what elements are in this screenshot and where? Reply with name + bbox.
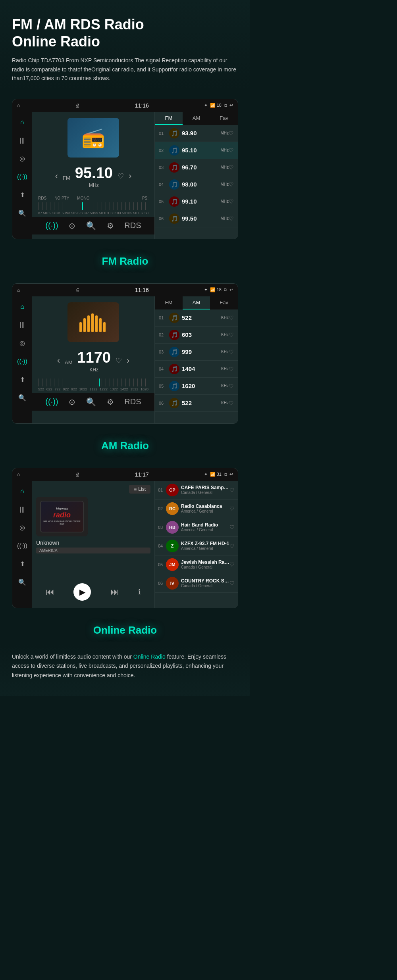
online-sidebar-search[interactable]: 🔍 <box>17 577 28 588</box>
fm-loop-btn[interactable]: ⊙ <box>69 221 75 231</box>
fm-settings-btn[interactable]: ⚙ <box>107 221 114 231</box>
am-station-5[interactable]: 05 🎵 1620 KHz ♡ <box>155 378 238 395</box>
fm-copy-icon: ⧉ <box>224 103 227 108</box>
am-sidebar: ⌂ ||| ◎ ((·)) ⬆ 🔍 <box>12 296 32 423</box>
online-bluetooth-icon: ✦ <box>204 472 208 477</box>
am-home-icon[interactable]: ⌂ <box>17 287 20 293</box>
online-back-icon[interactable]: ↩ <box>229 472 233 477</box>
am-station-6[interactable]: 06 🎵 522 KHz ♡ <box>155 395 238 412</box>
am-loop-btn[interactable]: ⊙ <box>69 397 75 407</box>
am-sidebar-search[interactable]: 🔍 <box>17 392 28 404</box>
online-station-1[interactable]: 01 CP CAFE PARIS Sampler Canada / Genera… <box>155 481 238 500</box>
am-station-tabs: FM AM Fav <box>155 296 238 309</box>
online-s1-logo: CP <box>166 484 179 496</box>
fm-tab-fav[interactable]: Fav <box>210 112 238 125</box>
am-station-3[interactable]: 03 🎵 999 KHz ♡ <box>155 344 238 361</box>
sidebar-search[interactable]: 🔍 <box>17 208 28 219</box>
online-playbar: ⏮ ▶ ⏭ ℹ <box>36 580 150 604</box>
online-sidebar: ⌂ ||| ◎ ((·)) ⬆ 🔍 <box>12 481 32 608</box>
am-bluetooth-icon: ✦ <box>204 287 208 292</box>
am-s5-icon: 🎵 <box>169 381 179 391</box>
am-sidebar-radio[interactable]: ((·)) <box>17 356 28 367</box>
am-s3-icon: 🎵 <box>169 347 179 357</box>
am-next-btn[interactable]: › <box>127 355 129 366</box>
am-broadcast-btn[interactable]: ((·)) <box>45 397 58 406</box>
am-radio-device: ⌂ 🖨 11:16 ✦ 📶 18 ⧉ ↩ ⌂ ||| ◎ ((·)) ⬆ 🔍 <box>12 283 238 424</box>
fm-station-6[interactable]: 06 🎵 99.50 MHz ♡ <box>155 210 238 227</box>
footer-section: Unlock a world of limitless audio conten… <box>0 644 250 696</box>
am-tab-fm[interactable]: FM <box>155 296 183 309</box>
online-next-btn[interactable]: ⏭ <box>110 587 119 597</box>
am-rds-btn[interactable]: RDS <box>124 397 141 406</box>
online-station-4[interactable]: 04 Z KZFX Z-93.7 FM HD-1 America / Gener… <box>155 537 238 555</box>
fm-station-3[interactable]: 03 🎵 96.70 MHz ♡ <box>155 159 238 176</box>
fm-s1-icon: 🎵 <box>169 128 179 138</box>
am-tab-fav[interactable]: Fav <box>210 296 238 309</box>
fm-prev-btn[interactable]: ‹ <box>55 171 58 181</box>
fm-broadcast-btn[interactable]: ((·)) <box>45 221 58 230</box>
fm-tab-fm[interactable]: FM <box>155 112 183 125</box>
sidebar-eq[interactable]: ||| <box>17 135 28 146</box>
am-station-1[interactable]: 01 🎵 522 KHz ♡ <box>155 309 238 327</box>
am-back-icon[interactable]: ↩ <box>229 287 233 292</box>
fm-station-1[interactable]: 01 🎵 93.90 MHz ♡ <box>155 125 238 142</box>
online-s5-logo: JM <box>166 558 179 571</box>
fm-rds-bar: RDS NO PTY MONO PS: <box>32 194 154 202</box>
footer-text-before: Unlock a world of limitless audio conten… <box>12 653 133 660</box>
online-sidebar-nav[interactable]: ◎ <box>17 522 28 533</box>
online-list-btn[interactable]: ≡ List <box>129 485 150 494</box>
fm-rds-btn[interactable]: RDS <box>124 221 141 230</box>
online-sidebar-media[interactable]: ⬆ <box>17 559 28 570</box>
online-info-btn[interactable]: ℹ <box>138 588 141 596</box>
am-sidebar-media[interactable]: ⬆ <box>17 374 28 385</box>
fm-no-pty-label: NO PTY <box>54 196 69 200</box>
fm-controls: ‹ FM 95.10 MHz ♡ › <box>55 165 132 188</box>
am-fav-btn[interactable]: ♡ <box>116 356 122 365</box>
am-find-btn[interactable]: 🔍 <box>86 397 96 407</box>
online-home-icon[interactable]: ⌂ <box>17 472 20 477</box>
am-controls: ‹ AM 1170 KHz ♡ › <box>57 349 130 373</box>
fm-station-2[interactable]: 02 🎵 95.10 MHz ♡ <box>155 142 238 159</box>
fm-station-5[interactable]: 05 🎵 99.10 MHz ♡ <box>155 193 238 210</box>
svg-rect-2 <box>87 315 90 332</box>
fm-radio-device: ⌂ 🖨 11:16 ✦ 📶 18 ⧉ ↩ ⌂ ||| ◎ ((·)) ⬆ 🔍 📻 <box>12 99 238 239</box>
am-station-list: FM AM Fav 01 🎵 522 KHz ♡ 02 🎵 603 KHz ♡ … <box>154 296 238 423</box>
sidebar-media[interactable]: ⬆ <box>17 190 28 201</box>
sidebar-nav[interactable]: ◎ <box>17 153 28 164</box>
online-station-3[interactable]: 03 HB Hair Band Radio America / General … <box>155 518 238 537</box>
am-status-icons: ✦ 📶 18 ⧉ ↩ <box>204 287 233 292</box>
online-play-btn[interactable]: ▶ <box>73 583 91 601</box>
am-time: 11:16 <box>135 287 149 293</box>
sidebar-radio[interactable]: ((·)) <box>17 171 28 183</box>
list-label: List <box>138 486 146 492</box>
fm-next-btn[interactable]: › <box>129 171 131 181</box>
online-station-6[interactable]: 06 IV COUNTRY ROCK Sa... Canada / Genera… <box>155 574 238 593</box>
am-prev-btn[interactable]: ‹ <box>57 355 60 366</box>
fm-find-btn[interactable]: 🔍 <box>86 221 96 231</box>
fm-fav-btn[interactable]: ♡ <box>118 172 124 181</box>
fm-status-icons: ✦ 📶 18 ⧉ ↩ <box>204 103 233 108</box>
am-sidebar-eq[interactable]: ||| <box>17 319 28 331</box>
online-station-2[interactable]: 02 RC Radio Casablanca America / General… <box>155 500 238 518</box>
am-left-panel: ‹ AM 1170 KHz ♡ › 5226227228229221022 11… <box>32 296 154 423</box>
am-sidebar-home[interactable]: ⌂ <box>17 301 28 312</box>
am-sidebar-nav[interactable]: ◎ <box>17 338 28 349</box>
am-station-2[interactable]: 02 🎵 603 KHz ♡ <box>155 327 238 344</box>
fm-tab-am[interactable]: AM <box>183 112 210 125</box>
fm-radio-display: 📻 ‹ FM 95.10 MHz ♡ › <box>32 112 154 194</box>
fm-home-icon[interactable]: ⌂ <box>17 103 20 108</box>
online-sidebar-eq[interactable]: ||| <box>17 504 28 515</box>
fm-station-4[interactable]: 04 🎵 98.00 MHz ♡ <box>155 176 238 193</box>
am-tab-am[interactable]: AM <box>183 296 210 309</box>
sidebar-home[interactable]: ⌂ <box>17 117 28 128</box>
online-s4-logo: Z <box>166 540 179 552</box>
list-icon: ≡ <box>134 486 137 492</box>
online-prev-btn[interactable]: ⏮ <box>46 587 54 597</box>
online-station-5[interactable]: 05 JM Jewish Messiah Radio Canada / Gene… <box>155 555 238 574</box>
online-sidebar-radio[interactable]: ((·)) <box>17 540 28 551</box>
svg-rect-4 <box>95 315 98 332</box>
am-settings-btn[interactable]: ⚙ <box>107 397 114 407</box>
am-station-4[interactable]: 04 🎵 1404 KHz ♡ <box>155 361 238 378</box>
fm-back-icon[interactable]: ↩ <box>229 103 233 108</box>
online-sidebar-home[interactable]: ⌂ <box>17 486 28 497</box>
